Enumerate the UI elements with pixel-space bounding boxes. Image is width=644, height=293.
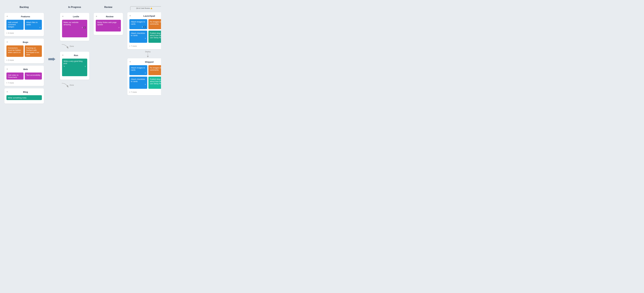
review-column: Review + Review Sticky Notes web page up…: [94, 6, 123, 35]
lane-leslie: + Leslie Make our website amazing ≡ 2: [60, 13, 89, 41]
ron-cards: Write a very good blog post ✎ ≡: [62, 59, 87, 76]
launchpad-more[interactable]: ▪ 7 more: [130, 44, 161, 47]
lane-launchpad-title: Launchpad: [132, 15, 161, 17]
lane-bugs-header: + Bugs: [6, 41, 42, 44]
svg-marker-0: [48, 58, 55, 61]
lane-web-header: + Web: [6, 68, 42, 71]
card-add-unread[interactable]: Add unread comment badges: [6, 20, 24, 30]
lane-bugs: + Bugs Connectors must be hidden when ca…: [4, 39, 44, 63]
card-publish-blog-lp[interactable]: Publish blog post about how we use Stick…: [148, 31, 161, 43]
review-cards: Sticky Notes web page update ≡: [96, 20, 121, 32]
done-arrow-1: [62, 44, 69, 49]
card-text: Make our website amazing: [64, 21, 78, 26]
leslie-cards: Make our website amazing ≡ 2: [62, 20, 87, 37]
card-text: Add unread comment badges: [8, 21, 18, 28]
menu-icon: ≡: [145, 37, 146, 39]
lane-features-title: Features: [9, 15, 42, 18]
web-more-label: 7 more: [8, 82, 14, 84]
qa-arrow-svg: QA & Code Review 👍: [129, 6, 161, 11]
add-card-web[interactable]: +: [6, 68, 8, 71]
menu-icon: ≡: [118, 27, 120, 29]
lane-blog-title: Blog: [9, 91, 42, 93]
more-dot-icon: ▪: [6, 32, 7, 34]
launchpad-cards-row2: Attach checklists to cards ≡ Publish blo…: [130, 31, 161, 43]
lane-blog: + Blog Write something meta: [4, 88, 44, 104]
menu-icon: ≡: [145, 83, 146, 85]
lane-review: + Review Sticky Notes web page update ≡: [94, 13, 123, 35]
done-arrow-2: [62, 83, 69, 87]
lane-shipped-header: + Shipped: [130, 60, 161, 64]
add-card-features[interactable]: +: [6, 15, 8, 18]
card-text: Test accessibility: [26, 74, 40, 76]
add-card-leslie[interactable]: +: [62, 15, 64, 18]
card-footer: ≡ 2: [131, 26, 146, 28]
card-attach-checklists-sh[interactable]: Attach checklists to cards ≡: [130, 77, 147, 89]
deploy-arrow-svg: [146, 53, 149, 58]
card-text: Attach files to cards: [26, 21, 38, 26]
card-blog-post[interactable]: Write a very good blog post ✎ ≡: [62, 59, 87, 76]
add-card-ron[interactable]: +: [62, 54, 64, 57]
lane-shipped-title: Shipped: [132, 61, 161, 63]
card-write-meta[interactable]: Write something meta: [6, 95, 42, 100]
add-card-launchpad[interactable]: +: [130, 14, 131, 18]
card-attach-checklists-lp[interactable]: Attach checklists to cards ≡: [130, 31, 147, 43]
bugs-cards: Connectors must be hidden when card is i…: [6, 46, 42, 57]
lane-review-header: + Review: [96, 15, 121, 18]
card-video[interactable]: Add video to Flowcharts: [6, 73, 24, 80]
card-panning[interactable]: Panning on Surface with touchpad is too …: [25, 46, 42, 57]
backlog-column: Backlog + Features Add unread comment ba…: [4, 6, 44, 104]
card-footer: ≡: [26, 27, 40, 29]
add-card-blog[interactable]: +: [6, 90, 8, 94]
menu-icon: ≡: [39, 27, 40, 29]
card-text: Attach checklists to cards: [131, 32, 145, 37]
lane-ron-title: Ron: [65, 54, 87, 57]
lane-review-title: Review: [98, 15, 121, 18]
shipped-more[interactable]: ▪ 7 more: [130, 90, 161, 93]
lane-bugs-title: Bugs: [9, 41, 42, 43]
card-text: Attach images to cards: [131, 67, 145, 71]
card-connectors[interactable]: Connectors must be hidden when card is i…: [6, 46, 24, 57]
card-footer: ≡: [150, 72, 161, 74]
lane-launchpad: + Launchpad Attach images to cards ≡ 2 F…: [127, 12, 161, 49]
menu-icon: ≡: [142, 26, 143, 28]
bugs-more[interactable]: ▪ 2 more: [6, 58, 42, 61]
inprogress-column: In Progress + Leslie Make our website am…: [60, 6, 89, 88]
card-footer: ≡: [97, 27, 120, 29]
card-website-amazing[interactable]: Make our website amazing ≡ 2: [62, 20, 87, 37]
lane-launchpad-header: + Launchpad: [130, 14, 161, 18]
done-text-2: Done: [70, 84, 74, 86]
card-footer: ≡: [131, 72, 146, 74]
card-attach-images-lp[interactable]: Attach images to cards ≡ 2: [130, 19, 147, 29]
lane-blog-header: + Blog: [6, 90, 42, 94]
card-footer: ≡: [150, 40, 161, 42]
badge-count: 2: [84, 27, 86, 29]
card-footer: ≡: [150, 86, 161, 88]
card-fix-images-sh[interactable]: Fix images in comments ≡: [148, 65, 161, 75]
card-fix-images-lp[interactable]: Fix images in comments ≡: [148, 19, 161, 29]
menu-icon: ≡: [145, 72, 146, 74]
card-attach-images-sh[interactable]: Attach images to cards ≡: [130, 65, 147, 75]
launchpad-more-label: 7 more: [131, 45, 137, 47]
card-attach-files[interactable]: Attach files to cards ≡: [25, 20, 42, 30]
card-accessibility[interactable]: Test accessibility: [25, 73, 42, 80]
lane-features: + Features Add unread comment badges Att…: [4, 13, 44, 36]
card-text: Write something meta: [8, 97, 26, 99]
card-publish-blog-sh[interactable]: Publish blog post about how we use Stick…: [148, 77, 161, 89]
card-text: Fix images in comments: [150, 21, 161, 25]
lane-leslie-title: Leslie: [65, 15, 87, 18]
qa-label-text: QA & Code Review 👍: [136, 7, 152, 9]
add-card-bugs[interactable]: +: [6, 41, 8, 44]
done-label-2: Done: [62, 83, 89, 87]
backlog-label: Backlog: [4, 6, 44, 9]
add-card-shipped[interactable]: +: [130, 60, 131, 64]
add-card-review[interactable]: +: [96, 15, 97, 18]
features-more[interactable]: ▪ 4 more: [6, 31, 42, 34]
bugs-more-label: 2 more: [8, 59, 14, 61]
done-label-1: Done: [62, 44, 89, 49]
arrow-svg: [48, 57, 56, 62]
shipped-more-label: 7 more: [131, 91, 137, 93]
lane-ron: + Ron Write a very good blog post ✎ ≡: [60, 52, 89, 80]
qa-banner-area: QA & Code Review 👍: [129, 6, 161, 11]
card-sticky-notes-review[interactable]: Sticky Notes web page update ≡: [96, 20, 121, 32]
web-more[interactable]: ▪ 7 more: [6, 81, 42, 84]
